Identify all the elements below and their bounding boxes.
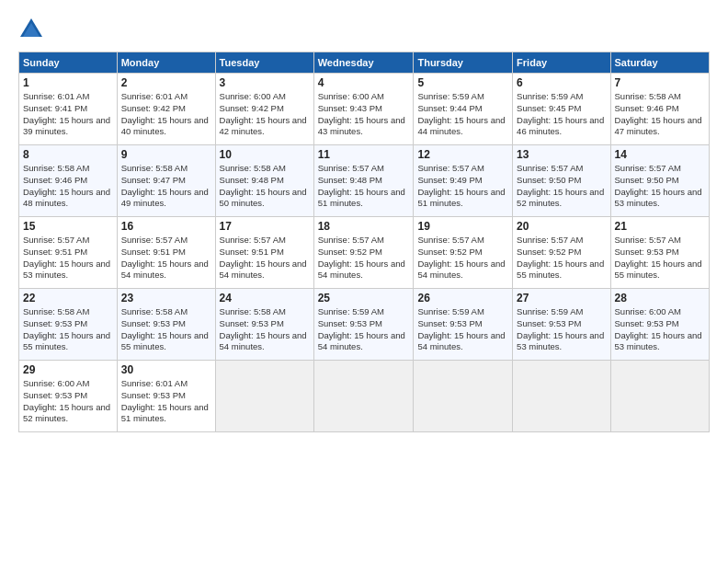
- calendar-cell: 8Sunrise: 5:58 AMSunset: 9:46 PMDaylight…: [19, 145, 118, 217]
- day-info: Sunrise: 5:58 AMSunset: 9:46 PMDaylight:…: [23, 163, 110, 208]
- calendar-header-row: Sunday Monday Tuesday Wednesday Thursday…: [19, 52, 710, 74]
- col-thursday: Thursday: [414, 52, 513, 74]
- day-info: Sunrise: 5:57 AMSunset: 9:49 PMDaylight:…: [417, 163, 505, 208]
- calendar-cell: 2Sunrise: 6:01 AMSunset: 9:42 PMDaylight…: [117, 74, 215, 145]
- col-friday: Friday: [513, 52, 610, 74]
- day-number: 28: [615, 292, 705, 304]
- calendar-table: Sunday Monday Tuesday Wednesday Thursday…: [18, 52, 710, 432]
- day-number: 10: [220, 148, 310, 161]
- calendar-cell: 20Sunrise: 5:57 AMSunset: 9:52 PMDayligh…: [513, 217, 610, 289]
- calendar-cell: 27Sunrise: 5:59 AMSunset: 9:53 PMDayligh…: [513, 289, 610, 361]
- day-info: Sunrise: 6:00 AMSunset: 9:53 PMDaylight:…: [615, 306, 702, 351]
- calendar-cell: [610, 361, 709, 432]
- calendar-cell: 11Sunrise: 5:57 AMSunset: 9:48 PMDayligh…: [313, 145, 414, 217]
- day-number: 2: [121, 76, 211, 89]
- day-info: Sunrise: 6:01 AMSunset: 9:53 PMDaylight:…: [121, 378, 209, 423]
- day-info: Sunrise: 5:57 AMSunset: 9:52 PMDaylight:…: [517, 235, 604, 280]
- col-saturday: Saturday: [610, 52, 709, 74]
- day-info: Sunrise: 6:00 AMSunset: 9:43 PMDaylight:…: [318, 91, 405, 136]
- calendar-cell: 4Sunrise: 6:00 AMSunset: 9:43 PMDaylight…: [313, 74, 414, 145]
- calendar-cell: 24Sunrise: 5:58 AMSunset: 9:53 PMDayligh…: [215, 289, 313, 361]
- day-info: Sunrise: 6:01 AMSunset: 9:41 PMDaylight:…: [23, 91, 110, 136]
- day-info: Sunrise: 5:59 AMSunset: 9:53 PMDaylight:…: [417, 306, 505, 351]
- calendar-week-row: 22Sunrise: 5:58 AMSunset: 9:53 PMDayligh…: [19, 289, 710, 361]
- day-number: 5: [417, 76, 508, 89]
- day-number: 13: [517, 148, 606, 161]
- day-number: 16: [121, 220, 211, 233]
- day-info: Sunrise: 5:58 AMSunset: 9:53 PMDaylight:…: [220, 306, 307, 351]
- calendar-week-row: 1Sunrise: 6:01 AMSunset: 9:41 PMDaylight…: [19, 74, 710, 145]
- day-number: 1: [23, 76, 113, 89]
- day-info: Sunrise: 6:00 AMSunset: 9:53 PMDaylight:…: [23, 378, 110, 423]
- calendar-page: Sunday Monday Tuesday Wednesday Thursday…: [0, 0, 728, 563]
- calendar-cell: 26Sunrise: 5:59 AMSunset: 9:53 PMDayligh…: [414, 289, 513, 361]
- day-info: Sunrise: 5:58 AMSunset: 9:46 PMDaylight:…: [615, 91, 702, 136]
- calendar-week-row: 8Sunrise: 5:58 AMSunset: 9:46 PMDaylight…: [19, 145, 710, 217]
- calendar-cell: 29Sunrise: 6:00 AMSunset: 9:53 PMDayligh…: [19, 361, 118, 432]
- calendar-cell: 12Sunrise: 5:57 AMSunset: 9:49 PMDayligh…: [414, 145, 513, 217]
- day-number: 20: [517, 220, 606, 233]
- day-number: 18: [318, 220, 410, 233]
- day-info: Sunrise: 6:00 AMSunset: 9:42 PMDaylight:…: [220, 91, 307, 136]
- calendar-cell: 18Sunrise: 5:57 AMSunset: 9:52 PMDayligh…: [313, 217, 414, 289]
- calendar-cell: 7Sunrise: 5:58 AMSunset: 9:46 PMDaylight…: [610, 74, 709, 145]
- calendar-week-row: 15Sunrise: 5:57 AMSunset: 9:51 PMDayligh…: [19, 217, 710, 289]
- day-number: 17: [220, 220, 310, 233]
- day-number: 8: [23, 148, 113, 161]
- calendar-cell: 21Sunrise: 5:57 AMSunset: 9:53 PMDayligh…: [610, 217, 709, 289]
- day-number: 22: [23, 292, 113, 304]
- day-info: Sunrise: 5:59 AMSunset: 9:53 PMDaylight:…: [318, 306, 405, 351]
- col-monday: Monday: [117, 52, 215, 74]
- calendar-cell: 15Sunrise: 5:57 AMSunset: 9:51 PMDayligh…: [19, 217, 118, 289]
- day-info: Sunrise: 5:57 AMSunset: 9:50 PMDaylight:…: [615, 163, 702, 208]
- calendar-cell: 16Sunrise: 5:57 AMSunset: 9:51 PMDayligh…: [117, 217, 215, 289]
- calendar-cell: 9Sunrise: 5:58 AMSunset: 9:47 PMDaylight…: [117, 145, 215, 217]
- day-number: 15: [23, 220, 113, 233]
- col-sunday: Sunday: [19, 52, 118, 74]
- calendar-cell: 6Sunrise: 5:59 AMSunset: 9:45 PMDaylight…: [513, 74, 610, 145]
- day-number: 3: [220, 76, 310, 89]
- calendar-cell: 13Sunrise: 5:57 AMSunset: 9:50 PMDayligh…: [513, 145, 610, 217]
- day-info: Sunrise: 5:57 AMSunset: 9:51 PMDaylight:…: [121, 235, 209, 280]
- calendar-cell: 30Sunrise: 6:01 AMSunset: 9:53 PMDayligh…: [117, 361, 215, 432]
- day-number: 14: [615, 148, 705, 161]
- day-number: 23: [121, 292, 211, 304]
- day-info: Sunrise: 5:58 AMSunset: 9:53 PMDaylight:…: [121, 306, 209, 351]
- day-number: 25: [318, 292, 410, 304]
- day-info: Sunrise: 5:57 AMSunset: 9:52 PMDaylight:…: [417, 235, 505, 280]
- day-info: Sunrise: 5:58 AMSunset: 9:48 PMDaylight:…: [220, 163, 307, 208]
- logo: [18, 17, 48, 42]
- day-number: 4: [318, 76, 410, 89]
- day-number: 21: [615, 220, 705, 233]
- calendar-cell: 17Sunrise: 5:57 AMSunset: 9:51 PMDayligh…: [215, 217, 313, 289]
- col-wednesday: Wednesday: [313, 52, 414, 74]
- calendar-week-row: 29Sunrise: 6:00 AMSunset: 9:53 PMDayligh…: [19, 361, 710, 432]
- calendar-cell: 14Sunrise: 5:57 AMSunset: 9:50 PMDayligh…: [610, 145, 709, 217]
- day-number: 29: [23, 363, 113, 376]
- calendar-cell: 19Sunrise: 5:57 AMSunset: 9:52 PMDayligh…: [414, 217, 513, 289]
- calendar-cell: [414, 361, 513, 432]
- day-number: 9: [121, 148, 211, 161]
- day-number: 26: [417, 292, 508, 304]
- day-number: 19: [417, 220, 508, 233]
- day-info: Sunrise: 5:57 AMSunset: 9:51 PMDaylight:…: [220, 235, 307, 280]
- calendar-cell: 3Sunrise: 6:00 AMSunset: 9:42 PMDaylight…: [215, 74, 313, 145]
- day-number: 7: [615, 76, 705, 89]
- day-info: Sunrise: 5:58 AMSunset: 9:47 PMDaylight:…: [121, 163, 209, 208]
- day-number: 27: [517, 292, 606, 304]
- calendar-cell: 5Sunrise: 5:59 AMSunset: 9:44 PMDaylight…: [414, 74, 513, 145]
- day-info: Sunrise: 6:01 AMSunset: 9:42 PMDaylight:…: [121, 91, 209, 136]
- day-info: Sunrise: 5:57 AMSunset: 9:48 PMDaylight:…: [318, 163, 405, 208]
- calendar-cell: 22Sunrise: 5:58 AMSunset: 9:53 PMDayligh…: [19, 289, 118, 361]
- day-number: 6: [517, 76, 606, 89]
- calendar-cell: [313, 361, 414, 432]
- col-tuesday: Tuesday: [215, 52, 313, 74]
- day-info: Sunrise: 5:57 AMSunset: 9:51 PMDaylight:…: [23, 235, 110, 280]
- calendar-cell: 23Sunrise: 5:58 AMSunset: 9:53 PMDayligh…: [117, 289, 215, 361]
- calendar-cell: [215, 361, 313, 432]
- page-header: [18, 17, 710, 42]
- day-info: Sunrise: 5:59 AMSunset: 9:53 PMDaylight:…: [517, 306, 604, 351]
- day-info: Sunrise: 5:58 AMSunset: 9:53 PMDaylight:…: [23, 306, 110, 351]
- calendar-cell: [513, 361, 610, 432]
- day-number: 30: [121, 363, 211, 376]
